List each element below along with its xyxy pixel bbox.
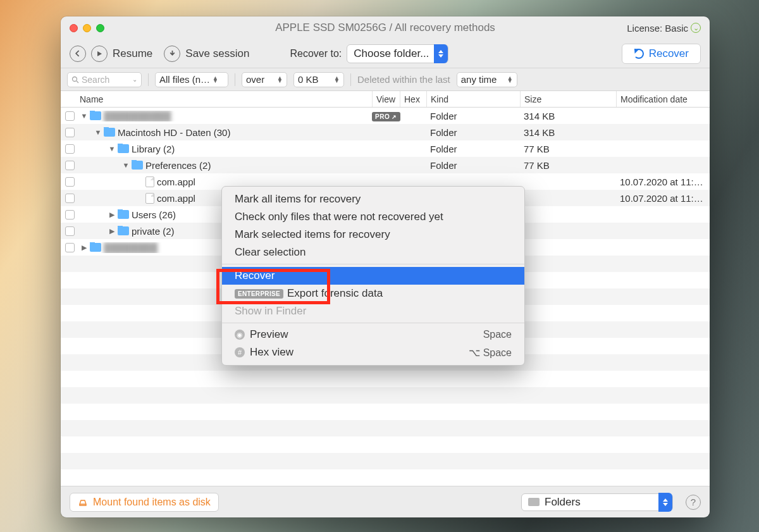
chevron-down-icon: ⌄ [132,76,137,83]
search-icon [71,76,79,84]
enterprise-badge: ENTERPRISE [235,289,283,299]
ctx-mark-selected[interactable]: Mark selected items for recovery [222,226,524,244]
row-checkbox[interactable] [65,243,75,252]
row-checkbox[interactable] [65,177,75,187]
license-label: License: Basic [627,23,688,34]
search-input[interactable]: Search ⌄ [67,72,142,87]
row-checkbox[interactable] [65,161,75,170]
row-name: Preferences (2) [145,160,211,171]
separator [222,323,524,323]
row-name: Library (2) [132,144,175,154]
folder-icon [118,226,129,235]
view-mode-dropdown[interactable]: Folders [521,493,673,511]
separator [222,264,524,264]
separator [350,73,351,86]
row-checkbox[interactable] [65,128,75,137]
ctx-export-forensic[interactable]: ENTERPRISEExport forensic data [222,285,524,302]
ctx-recover[interactable]: Recover [222,267,524,285]
table-row[interactable]: ▼Library (2)Folder77 KB [61,140,710,157]
save-session-label[interactable]: Save session [185,47,249,60]
header-view[interactable]: View [372,91,400,107]
row-size: 314 KB [520,111,616,121]
search-placeholder: Search [82,75,109,85]
download-icon[interactable] [164,46,180,62]
filter-bar: Search ⌄ All files (n…▲▼ over▲▼ 0 KB▲▼ D… [61,68,710,91]
ctx-check-not-recovered[interactable]: Check only files that were not recovered… [222,208,524,226]
ctx-preview[interactable]: ◉PreviewSpace [222,326,524,343]
svg-point-0 [73,77,77,81]
resume-label[interactable]: Resume [113,47,152,60]
eye-icon: ◉ [235,330,245,340]
license-indicator[interactable]: License: Basic ⌄ [627,23,701,34]
row-kind: Folder [426,160,520,171]
svg-line-1 [77,81,78,83]
header-kind[interactable]: Kind [426,91,520,107]
row-modification: 10.07.2020 at 11:… [616,176,710,187]
chevron-down-icon: ⌄ [691,23,701,33]
row-checkbox[interactable] [65,194,75,203]
close-window-button[interactable] [70,24,78,32]
row-checkbox[interactable] [65,210,75,220]
pro-badge: PRO [372,112,400,121]
minimize-window-button[interactable] [83,24,91,32]
ctx-mark-all[interactable]: Mark all items for recovery [222,190,524,208]
header-hex[interactable]: Hex [400,91,426,107]
help-button[interactable]: ? [686,495,701,510]
table-row[interactable]: ▼██████████PROFolder314 KB [61,108,710,124]
disclosure-triangle[interactable]: ▼ [109,145,115,152]
over-filter[interactable]: over▲▼ [242,72,287,87]
row-size: 77 KB [520,160,616,171]
hash-icon: # [235,347,245,357]
row-checkbox[interactable] [65,144,75,154]
traffic-lights [70,24,104,32]
column-headers: Name View Hex Kind Size Modification dat… [61,91,710,108]
folder-icon [118,144,129,153]
recover-button[interactable]: Recover [622,44,701,64]
row-kind: Folder [426,111,520,121]
row-size: 77 KB [520,144,616,154]
folder-icon [132,161,143,170]
disclosure-triangle[interactable]: ▶ [109,211,115,219]
table-row[interactable]: ▼Macintosh HD - Daten (30)Folder314 KB [61,124,710,140]
table-row[interactable]: ▼Preferences (2)Folder77 KB [61,157,710,173]
mount-icon [78,497,88,507]
toolbar: Resume Save session Recover to: Choose f… [61,39,710,68]
row-checkbox[interactable] [65,226,75,236]
ctx-hex-view[interactable]: #Hex view⌥ Space [222,343,524,361]
row-size: 314 KB [520,127,616,138]
disclosure-triangle[interactable]: ▼ [81,112,87,120]
header-modification[interactable]: Modification date [616,91,710,107]
footer: Mount found items as disk Folders ? [61,486,710,517]
header-size[interactable]: Size [520,91,616,107]
row-modification: 10.07.2020 at 11:… [616,193,710,204]
updown-icon: ▲▼ [213,77,218,83]
row-name: Users (26) [132,209,176,220]
disclosure-triangle[interactable]: ▶ [81,244,87,252]
shortcut-label: Space [483,329,512,340]
dropdown-knob-icon [434,44,448,63]
row-kind: Folder [426,127,520,138]
row-name: com.appl [157,176,195,187]
back-button[interactable] [70,46,86,62]
file-type-filter[interactable]: All files (n…▲▼ [155,72,228,87]
time-filter[interactable]: any time▲▼ [457,72,517,87]
play-resume-icon[interactable] [91,46,108,62]
disclosure-triangle[interactable]: ▼ [95,128,101,136]
mount-items-button[interactable]: Mount found items as disk [70,493,219,512]
row-kind: Folder [426,144,520,154]
disclosure-triangle[interactable]: ▶ [109,227,115,235]
folder-icon [118,210,129,219]
ctx-clear-selection[interactable]: Clear selection [222,244,524,261]
folder-icon [90,111,101,120]
size-filter[interactable]: 0 KB▲▼ [293,72,344,87]
disclosure-triangle[interactable]: ▼ [123,161,129,169]
row-name: Macintosh HD - Daten (30) [118,127,230,138]
header-name[interactable]: Name [78,94,372,104]
ctx-show-in-finder: Show in Finder [222,302,524,320]
separator [148,73,149,86]
recover-icon [634,49,644,59]
row-checkbox[interactable] [65,111,75,121]
zoom-window-button[interactable] [96,24,104,32]
deleted-within-label: Deleted within the last [357,74,450,85]
choose-folder-dropdown[interactable]: Choose folder... [347,44,448,63]
